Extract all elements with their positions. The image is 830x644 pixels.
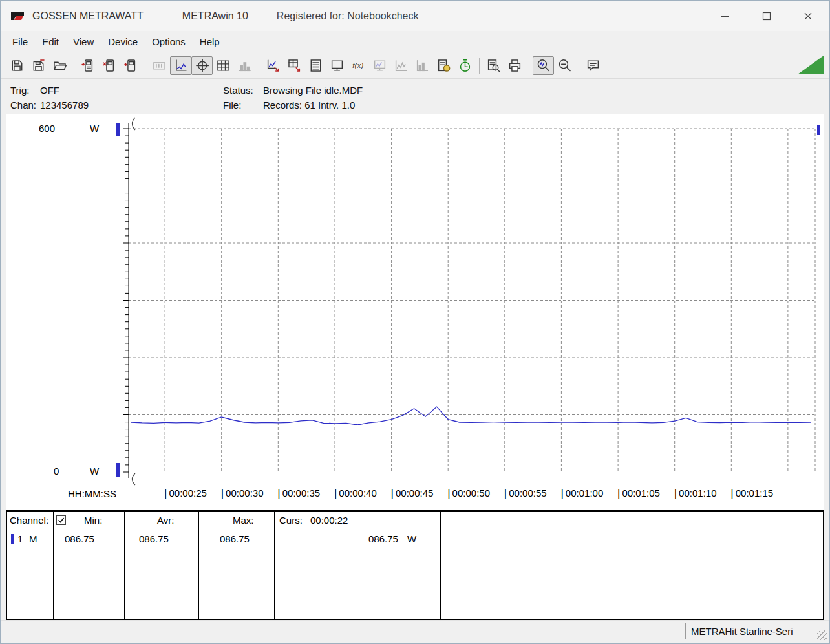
energy-cost-icon[interactable]: [433, 56, 454, 75]
status-value: Browsing File idle.MDF: [263, 85, 363, 96]
copy-table-icon[interactable]: [284, 56, 305, 75]
chart-panel: 600 W 0 W HH:MM:SS |00:00:25|00:00:30|00…: [6, 114, 824, 510]
min-value: 086.75: [65, 533, 94, 544]
channel-mode: M: [29, 533, 37, 544]
view-table-icon[interactable]: [213, 56, 234, 75]
x-tick-label: |00:00:40: [334, 487, 377, 500]
titlebar: GOSSEN METRAWATT METRAwin 10 Registered …: [1, 1, 829, 31]
channel-table: Channel: Min: Avr: Max: Curs: 00:00:22 1…: [6, 510, 824, 620]
print-icon[interactable]: [504, 56, 526, 75]
check-icon: [58, 517, 65, 524]
y-axis-unit-bottom: W: [90, 466, 99, 477]
table-divider: [53, 512, 54, 619]
cursor-time: 00:00:22: [310, 515, 348, 526]
minimize-button[interactable]: [705, 1, 746, 31]
registration-text: Registered for: Notebookcheck: [277, 10, 419, 22]
x-axis-format-label: HH:MM:SS: [68, 488, 116, 499]
capture-screen-icon: [369, 56, 390, 75]
mini-chart-icon: [390, 56, 412, 75]
menu-item-edit[interactable]: Edit: [35, 33, 66, 50]
mini-bars-icon: [412, 56, 433, 75]
y-axis-max-label: 600: [39, 123, 55, 134]
max-header: Max:: [233, 515, 254, 526]
cursor-header: Curs:: [279, 515, 303, 526]
menu-item-options[interactable]: Options: [145, 33, 193, 50]
plot-area[interactable]: [6, 114, 824, 510]
toolbar-separator: [529, 58, 529, 74]
device-stop-icon[interactable]: [99, 56, 120, 75]
toolbar-separator: [74, 58, 74, 74]
x-tick-label: |00:01:00: [560, 487, 603, 500]
zoom-reset-icon[interactable]: [554, 56, 575, 75]
x-tick-label: |00:01:15: [730, 487, 773, 500]
toolbar-separator: [579, 58, 579, 74]
x-tick-label: |00:00:50: [447, 487, 490, 500]
channel-axis-marker-bottom: [116, 463, 120, 477]
copy-chart-icon[interactable]: [262, 56, 284, 75]
device-read-icon[interactable]: [78, 56, 99, 75]
avr-header: Avr:: [157, 515, 174, 526]
table-divider: [198, 512, 199, 619]
interval-timer-icon[interactable]: [454, 56, 476, 75]
table-divider: [440, 512, 441, 619]
open-file-icon[interactable]: [49, 56, 70, 75]
svg-text:f(x): f(x): [352, 61, 363, 70]
table-header-underline: [7, 530, 823, 530]
max-value: 086.75: [220, 533, 250, 544]
x-tick-label: |00:00:35: [277, 487, 320, 500]
save-icon[interactable]: [6, 56, 28, 75]
zoom-curve-icon[interactable]: [533, 56, 554, 75]
menu-item-device[interactable]: Device: [101, 33, 145, 50]
device-status-text: METRAHit Starline-Seri: [691, 626, 793, 637]
menu-item-help[interactable]: Help: [193, 33, 227, 50]
table-divider: [124, 512, 125, 619]
device-connected-indicator: [798, 56, 824, 74]
view-yt-chart-icon[interactable]: [170, 56, 191, 75]
app-logo-icon: [10, 10, 26, 22]
y-axis-unit-top: W: [90, 123, 99, 134]
app-vendor: GOSSEN METRAWATT: [32, 10, 144, 22]
view-numeric-icon: [149, 56, 170, 75]
close-button[interactable]: [787, 1, 829, 31]
x-tick-label: |00:01:05: [617, 487, 660, 500]
toolbar-separator: [479, 58, 480, 74]
trigger-channel-info: Trig:OFF Chan:123456789: [10, 83, 89, 113]
channel-color-marker: [11, 534, 14, 544]
view-analog-icon[interactable]: [191, 56, 213, 75]
x-tick-label: |00:01:10: [674, 487, 717, 500]
status-bar: METRAHit Starline-Seri: [1, 620, 829, 643]
device-send-icon[interactable]: [120, 56, 142, 75]
annotation-icon[interactable]: [582, 56, 604, 75]
toolbar-separator: [145, 58, 145, 74]
toolbar: f(x): [1, 52, 829, 78]
view-bargraph-icon: [234, 56, 255, 75]
table-divider: [274, 512, 275, 619]
file-value: Records: 61 Intrv. 1.0: [263, 100, 355, 111]
formula-icon[interactable]: f(x): [348, 56, 369, 75]
data-list-icon[interactable]: [305, 56, 326, 75]
trig-label: Trig:: [10, 83, 40, 98]
maximize-button[interactable]: [746, 1, 787, 31]
toolbar-separator: [259, 58, 259, 74]
app-window: GOSSEN METRAWATT METRAwin 10 Registered …: [0, 0, 830, 644]
monitor-icon[interactable]: [326, 56, 348, 75]
menu-item-view[interactable]: View: [66, 33, 101, 50]
app-title: METRAwin 10: [182, 10, 248, 22]
x-tick-label: |00:00:55: [504, 487, 547, 500]
save-as-icon[interactable]: [28, 56, 49, 75]
resize-grip-icon[interactable]: [817, 630, 827, 640]
print-preview-icon[interactable]: [483, 56, 504, 75]
x-axis: HH:MM:SS |00:00:25|00:00:30|00:00:35|00:…: [6, 485, 824, 510]
channel-number: 1: [17, 533, 23, 544]
chan-value: 123456789: [40, 100, 89, 111]
channel-axis-marker-right: [817, 125, 820, 135]
menu-item-file[interactable]: File: [5, 33, 35, 50]
info-bar: Trig:OFF Chan:123456789 Status:Browsing …: [1, 78, 829, 114]
status-label: Status:: [223, 83, 263, 98]
channel-header: Channel:: [10, 515, 48, 526]
channel-visible-checkbox[interactable]: [56, 515, 66, 525]
window-controls: [705, 1, 829, 31]
device-status-box: METRAHit Starline-Seri: [685, 623, 813, 639]
status-file-info: Status:Browsing File idle.MDF File:Recor…: [223, 83, 363, 113]
avr-value: 086.75: [139, 533, 169, 544]
